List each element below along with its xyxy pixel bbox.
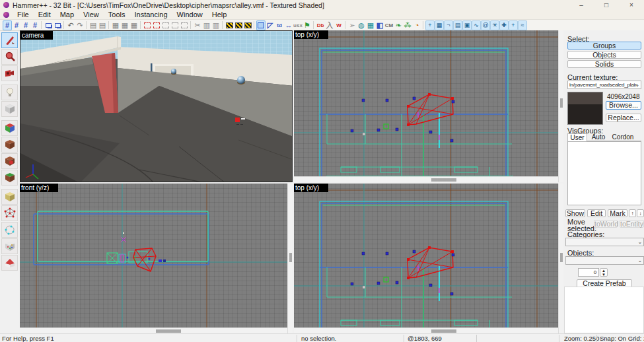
pointer-icon[interactable]: ➢ bbox=[347, 20, 357, 30]
menu-window[interactable]: Window bbox=[172, 11, 207, 18]
menu-view[interactable]: View bbox=[79, 11, 104, 18]
entity-fax-icon[interactable]: ▣ bbox=[462, 20, 472, 30]
entity-box-icon[interactable]: ▦ bbox=[435, 20, 444, 30]
move-to-entity-icon[interactable] bbox=[180, 20, 189, 30]
vscrollbar-bottom-right[interactable] bbox=[558, 184, 563, 333]
leaf-icon[interactable]: ❧ bbox=[394, 20, 403, 30]
count-spinner[interactable]: ▲▼ bbox=[600, 268, 608, 277]
measure-icon[interactable]: 入 bbox=[325, 20, 334, 30]
run-map-icon[interactable]: ◍ bbox=[357, 20, 366, 30]
translucency-icon[interactable]: ↔ bbox=[284, 20, 293, 30]
camera-tool[interactable] bbox=[1, 65, 18, 81]
move-down-button[interactable]: ↓ bbox=[637, 209, 644, 217]
viewport-top-xy-2[interactable]: top (x/y) bbox=[294, 184, 558, 327]
vertex-tool[interactable] bbox=[1, 205, 18, 221]
solids-button[interactable]: Solids bbox=[567, 60, 641, 68]
toworld-button[interactable]: toWorld bbox=[594, 220, 618, 228]
entity-light-icon[interactable]: ☀ bbox=[490, 20, 499, 30]
cube-icon[interactable]: ◧ bbox=[375, 20, 384, 30]
texture-dropdown[interactable]: in/pavement_roadsealed_plain⌄ bbox=[567, 81, 641, 89]
selection-tool[interactable] bbox=[1, 32, 18, 48]
magnify-tool[interactable] bbox=[1, 49, 18, 65]
menu-tools[interactable]: Tools bbox=[104, 11, 130, 18]
overlay-tool[interactable] bbox=[1, 170, 18, 186]
snap-verts-icon[interactable]: usx bbox=[293, 20, 303, 30]
paint-tool[interactable] bbox=[1, 238, 18, 254]
copy-icon[interactable]: ▥ bbox=[202, 20, 211, 30]
hscrollbar-front[interactable] bbox=[20, 327, 287, 333]
hscrollbar-bottom-right[interactable] bbox=[294, 327, 558, 333]
viewport-top-xy[interactable]: top (x/y) bbox=[294, 30, 558, 176]
categories-dropdown[interactable]: ⌄ bbox=[565, 238, 644, 246]
menu-edit[interactable]: Edit bbox=[34, 11, 55, 18]
object-count-field[interactable]: 0 bbox=[578, 268, 599, 277]
hide-selected-icon[interactable] bbox=[143, 20, 152, 30]
group-icon[interactable]: ▦ bbox=[111, 20, 120, 30]
cordon-edit-icon[interactable] bbox=[234, 20, 243, 30]
paste-icon[interactable]: ▥ bbox=[211, 20, 221, 30]
entity-at-icon[interactable]: @ bbox=[481, 20, 490, 30]
slice-tool[interactable] bbox=[1, 255, 18, 271]
entity-report-icon[interactable]: ▦ bbox=[366, 20, 375, 30]
visgroups-list[interactable] bbox=[567, 141, 641, 205]
flags-icon[interactable]: ⚑ bbox=[303, 20, 312, 30]
carve-icon[interactable]: ▤ bbox=[89, 20, 98, 30]
vscrollbar-front[interactable] bbox=[287, 184, 293, 333]
replace-button[interactable]: Replace... bbox=[606, 114, 641, 122]
wiki-icon[interactable]: W bbox=[334, 20, 343, 30]
smaller-grid-icon[interactable]: # bbox=[21, 20, 30, 30]
clipping-tool[interactable] bbox=[1, 189, 18, 205]
entity-neg-icon[interactable]: ¬ bbox=[444, 20, 453, 30]
load-window-state-icon[interactable] bbox=[44, 20, 53, 30]
apply-current-texture-tool[interactable] bbox=[1, 137, 18, 153]
larger-grid-icon[interactable]: # bbox=[30, 20, 40, 30]
entity-tool[interactable] bbox=[1, 85, 18, 100]
vscrollbar-top-right[interactable] bbox=[558, 30, 563, 182]
texture-application-tool[interactable] bbox=[1, 120, 18, 136]
entity-plus-icon[interactable]: + bbox=[425, 20, 435, 30]
cordon-texture-icon[interactable] bbox=[225, 20, 234, 30]
objects-dropdown[interactable]: ⌄ bbox=[565, 256, 644, 265]
maximize-button[interactable]: □ bbox=[594, 0, 619, 10]
hide-unselected-icon[interactable] bbox=[152, 20, 161, 30]
hscrollbar-top-right[interactable] bbox=[294, 176, 558, 182]
ungroup-icon[interactable]: ▦ bbox=[120, 20, 129, 30]
entity-wave-icon[interactable]: ≈ bbox=[518, 20, 527, 30]
entity-up-icon[interactable]: + bbox=[509, 20, 518, 30]
apply-decals-tool[interactable] bbox=[1, 153, 18, 169]
menu-map[interactable]: Map bbox=[55, 11, 79, 18]
cordon-toggle-icon[interactable] bbox=[243, 20, 252, 30]
viewport-front-yz[interactable]: 8 front (y/z) bbox=[20, 184, 287, 327]
detail-icon[interactable]: ⁂ bbox=[403, 20, 412, 30]
show-button[interactable]: Show bbox=[565, 209, 585, 217]
menu-instancing[interactable]: Instancing bbox=[129, 11, 172, 18]
browse-button[interactable]: Browse... bbox=[606, 101, 641, 110]
tab-auto[interactable]: Auto bbox=[589, 133, 608, 141]
move-to-world-icon[interactable] bbox=[170, 20, 180, 30]
show-hidden-icon[interactable] bbox=[161, 20, 170, 30]
menu-help[interactable]: Help bbox=[207, 11, 232, 18]
cm-icon[interactable]: CM bbox=[384, 20, 394, 30]
move-up-button[interactable]: ↑ bbox=[629, 209, 636, 217]
display-db-icon[interactable]: Db bbox=[316, 20, 325, 30]
sculpt-tool[interactable] bbox=[1, 222, 18, 238]
redo-icon[interactable]: ↷ bbox=[75, 20, 85, 30]
hollow-icon[interactable]: ▤ bbox=[98, 20, 107, 30]
toggle-grid-icon[interactable]: # bbox=[3, 20, 12, 30]
entity-anim-icon[interactable]: ∿ bbox=[472, 20, 481, 30]
select-touching-icon[interactable] bbox=[256, 20, 266, 30]
toentity-button[interactable]: toEntity bbox=[620, 220, 644, 228]
texture-lock-icon[interactable]: td bbox=[275, 20, 284, 30]
ignore-groups-icon[interactable]: ▦ bbox=[129, 20, 139, 30]
edit-button[interactable]: Edit bbox=[587, 209, 606, 217]
tab-user[interactable]: User bbox=[567, 133, 587, 141]
block-tool[interactable] bbox=[1, 101, 18, 117]
tab-cordon[interactable]: Cordon bbox=[610, 133, 636, 141]
cut-icon[interactable]: ✂ bbox=[193, 20, 202, 30]
sound-icon[interactable]: ◔ bbox=[412, 20, 421, 30]
close-button[interactable]: × bbox=[619, 0, 644, 10]
menu-file[interactable]: File bbox=[13, 11, 34, 18]
toggle-3d-grid-icon[interactable]: # bbox=[12, 20, 21, 30]
mark-button[interactable]: Mark bbox=[608, 209, 627, 217]
groups-button[interactable]: Groups bbox=[567, 42, 641, 50]
